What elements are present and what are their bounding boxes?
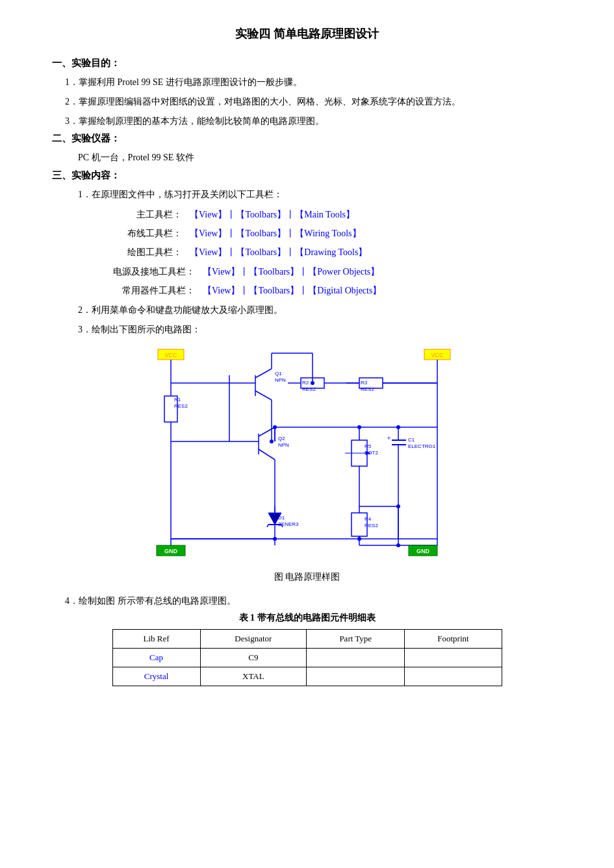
- svg-text:ELECTRO1: ELECTRO1: [408, 443, 436, 449]
- svg-text:+: +: [387, 435, 390, 441]
- svg-point-100: [273, 537, 277, 541]
- svg-point-86: [396, 543, 400, 547]
- table-title: 表 1 带有总线的电路图元件明细表: [52, 612, 562, 624]
- section3-item3: 3．绘制出下图所示的电路图：: [78, 322, 562, 338]
- svg-text:NPN: NPN: [275, 377, 286, 383]
- section3-item1: 1．在原理图文件中，练习打开及关闭以下工具栏：: [78, 187, 562, 203]
- svg-text:NPN: NPN: [278, 442, 289, 448]
- table-header-row: Lib Ref Designator Part Type Footprint: [112, 630, 502, 649]
- section1-item2: 2．掌握原理图编辑器中对图纸的设置，对电路图的大小、网格、光标、对象系统字体的设…: [65, 94, 562, 110]
- fig-caption: 图 电路原理样图: [52, 571, 562, 583]
- svg-text:Q1: Q1: [275, 371, 282, 377]
- tool-row-wiring: 布线工具栏： 【View】丨【Toolbars】丨【Wiring Tools】: [104, 225, 562, 242]
- tool-cmd-wiring: 【View】丨【Toolbars】丨【Wiring Tools】: [190, 225, 361, 242]
- svg-text:D1: D1: [278, 515, 285, 521]
- tool-label-common: 常用器件工具栏：: [104, 282, 195, 299]
- svg-text:R1: R1: [174, 397, 181, 403]
- circuit-diagram: VCC VCC R1 RES2 Q1 NPN: [138, 344, 476, 565]
- svg-text:ZENER3: ZENER3: [278, 521, 299, 527]
- svg-text:VCC: VCC: [431, 352, 444, 358]
- tool-cmd-drawing: 【View】丨【Toolbars】丨【Drawing Tools】: [190, 244, 367, 260]
- cell-lib-ref-1: Cap: [112, 649, 200, 667]
- tool-label-wiring: 布线工具栏：: [104, 225, 182, 242]
- section3-item4: 4．绘制如图 所示带有总线的电路原理图。: [65, 593, 562, 609]
- tool-row-main: 主工具栏： 【View】丨【Toolbars】丨【Main Tools】: [104, 206, 562, 223]
- svg-text:R5: R5: [365, 443, 372, 449]
- table-row: Cap C9: [112, 649, 502, 667]
- table-row: Crystal XTAL: [112, 667, 502, 686]
- svg-text:RES2: RES2: [302, 386, 316, 392]
- svg-point-78: [357, 425, 361, 429]
- col-part-type: Part Type: [307, 630, 405, 649]
- svg-text:GND: GND: [164, 548, 178, 554]
- svg-text:GND: GND: [416, 548, 430, 554]
- svg-text:R2: R2: [302, 380, 309, 386]
- col-lib-ref: Lib Ref: [112, 630, 200, 649]
- tool-row-common: 常用器件工具栏： 【View】丨【Toolbars】丨【Digital Obje…: [104, 282, 562, 299]
- svg-rect-0: [138, 344, 476, 565]
- svg-text:RES2: RES2: [365, 523, 378, 528]
- cell-part-type-1: [307, 649, 405, 667]
- cell-designator-2: XTAL: [200, 667, 306, 686]
- cell-footprint-2: [405, 667, 502, 686]
- cell-lib-ref-2: Crystal: [112, 667, 200, 686]
- tool-table: 主工具栏： 【View】丨【Toolbars】丨【Main Tools】 布线工…: [104, 206, 562, 299]
- section2-content: PC 机一台，Protel 99 SE 软件: [78, 150, 562, 166]
- svg-text:Q2: Q2: [278, 436, 285, 441]
- svg-text:RES2: RES2: [174, 403, 188, 409]
- cell-designator-1: C9: [200, 649, 306, 667]
- tool-row-power: 电源及接地工具栏： 【View】丨【Toolbars】丨【Power Objec…: [104, 264, 562, 280]
- svg-text:R3: R3: [361, 380, 368, 386]
- tool-cmd-common: 【View】丨【Toolbars】丨【Digital Objects】: [203, 282, 381, 299]
- svg-text:RES2: RES2: [361, 386, 374, 392]
- svg-point-103: [273, 425, 277, 429]
- svg-text:C1: C1: [408, 437, 415, 443]
- section3-heading: 三、实验内容：: [52, 169, 562, 182]
- section1-item1: 1．掌握利用 Protel 99 SE 进行电路原理图设计的一般步骤。: [65, 75, 562, 90]
- svg-point-45: [270, 440, 274, 443]
- section1-item3: 3．掌握绘制原理图的基本方法，能绘制比较简单的电路原理图。: [65, 114, 562, 129]
- svg-text:R4: R4: [365, 516, 372, 522]
- cell-part-type-2: [307, 667, 405, 686]
- tool-cmd-power: 【View】丨【Toolbars】丨【Power Objects】: [203, 264, 379, 280]
- tool-cmd-main: 【View】丨【Toolbars】丨【Main Tools】: [190, 206, 355, 223]
- svg-point-80: [311, 381, 314, 385]
- circuit-svg: VCC VCC R1 RES2 Q1 NPN: [138, 344, 476, 565]
- section2-heading: 二、实验仪器：: [52, 132, 562, 145]
- tool-row-drawing: 绘图工具栏： 【View】丨【Toolbars】丨【Drawing Tools】: [104, 244, 562, 260]
- col-designator: Designator: [200, 630, 306, 649]
- svg-text:VCC: VCC: [164, 352, 177, 358]
- section3-item2: 2．利用菜单命令和键盘功能键放大及缩小原理图。: [78, 303, 562, 318]
- col-footprint: Footprint: [405, 630, 502, 649]
- tool-label-main: 主工具栏：: [104, 206, 182, 223]
- cell-footprint-1: [405, 649, 502, 667]
- tool-label-drawing: 绘图工具栏：: [104, 244, 182, 260]
- page-title: 实验四 简单电路原理图设计: [52, 26, 562, 42]
- section1-heading: 一、实验目的：: [52, 57, 562, 69]
- tool-label-power: 电源及接地工具栏：: [104, 264, 195, 280]
- svg-point-79: [396, 425, 400, 429]
- svg-point-99: [357, 537, 361, 541]
- parts-table: Lib Ref Designator Part Type Footprint C…: [112, 629, 502, 686]
